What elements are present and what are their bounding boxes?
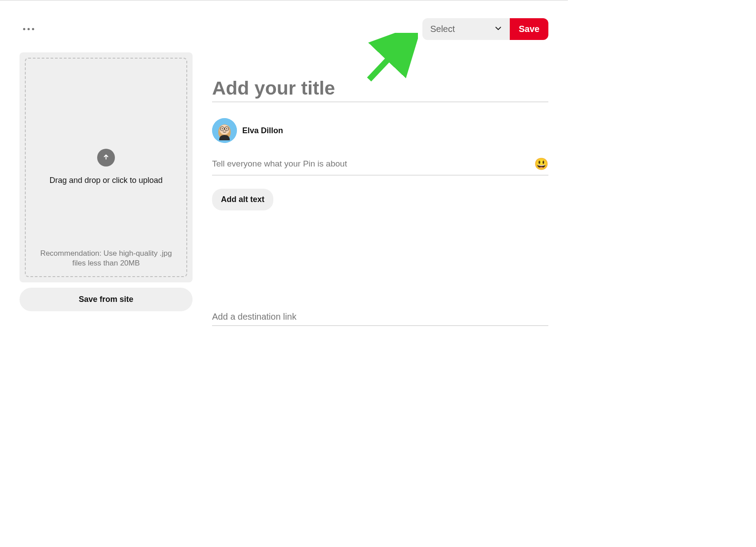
board-select-label: Select [430, 24, 455, 34]
ellipsis-icon [32, 28, 34, 30]
description-row: 😃 [212, 156, 548, 175]
save-controls: Select Save [422, 18, 548, 40]
svg-point-5 [222, 128, 223, 129]
more-options-button[interactable] [20, 24, 38, 34]
user-row: Elva Dillon [212, 118, 548, 143]
destination-link-input[interactable] [212, 308, 548, 326]
main-content: Drag and drop or click to upload Recomme… [20, 52, 548, 326]
pin-builder-container: Select Save Drag and drop or click to up… [0, 0, 568, 326]
save-button[interactable]: Save [510, 18, 548, 40]
user-name: Elva Dillon [242, 126, 283, 135]
board-select-dropdown[interactable]: Select [422, 18, 510, 40]
svg-point-6 [226, 128, 227, 129]
save-from-site-button[interactable]: Save from site [20, 288, 193, 311]
top-row: Select Save [20, 18, 548, 40]
description-input[interactable] [212, 156, 534, 171]
ellipsis-icon [28, 28, 30, 30]
upload-recommendation: Recommendation: Use high-quality .jpg fi… [35, 249, 177, 268]
svg-point-1 [220, 125, 229, 135]
upload-area[interactable]: Drag and drop or click to upload Recomme… [20, 52, 193, 282]
ellipsis-icon [23, 28, 25, 30]
title-input[interactable] [212, 75, 548, 102]
emoji-picker-icon[interactable]: 😃 [534, 157, 548, 171]
add-alt-text-button[interactable]: Add alt text [212, 189, 273, 210]
right-panel: Elva Dillon 😃 Add alt text [212, 52, 548, 326]
left-panel: Drag and drop or click to upload Recomme… [20, 52, 193, 326]
avatar[interactable] [212, 118, 237, 143]
upload-dropzone: Drag and drop or click to upload Recomme… [25, 58, 187, 277]
upload-text: Drag and drop or click to upload [49, 175, 162, 186]
chevron-down-icon [495, 25, 502, 34]
upload-icon [97, 149, 115, 166]
